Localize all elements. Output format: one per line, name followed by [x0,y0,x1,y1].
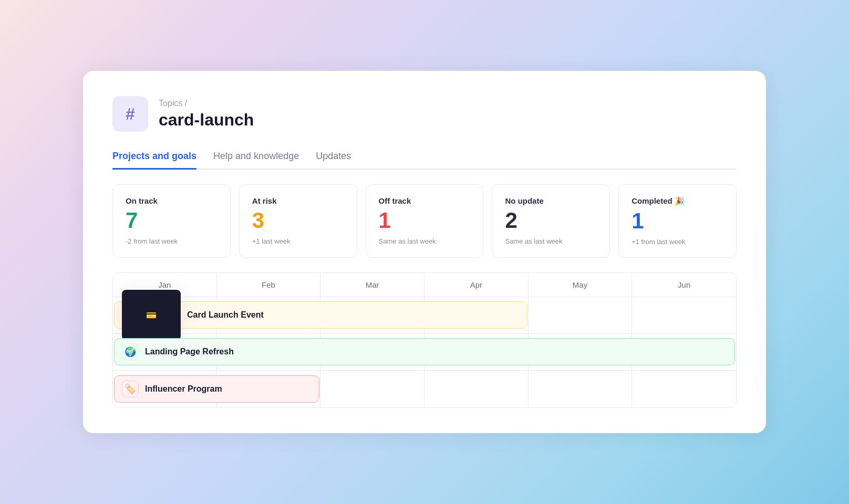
completed-number: 1 [631,209,723,233]
status-card-no-update[interactable]: No update 2 Same as last week [492,184,610,257]
off-track-title: Off track [379,196,471,205]
status-card-off-track[interactable]: Off track 1 Same as last week [366,184,484,257]
on-track-sub: -2 from last week [126,237,218,245]
gantt-bar-card-launch[interactable]: 💳 Card Launch Event [114,301,527,329]
at-risk-number: 3 [252,208,344,233]
gantt-row-influencer[interactable]: 🏷️ Influencer Program [113,371,736,407]
gantt-month-mar: Mar [320,273,424,297]
tab-projects-goals[interactable]: Projects and goals [112,151,196,170]
tab-updates[interactable]: Updates [316,151,351,170]
main-card: # Topics / card-launch Projects and goal… [83,71,766,433]
header-text: Topics / card-launch [159,99,254,130]
topic-icon: # [112,96,148,132]
no-update-number: 2 [505,208,597,233]
at-risk-sub: +1 last week [252,237,344,245]
gantt-bar-influencer[interactable]: 🏷️ Influencer Program [114,375,319,403]
tabs: Projects and goals Help and knowledge Up… [112,151,737,170]
landing-page-icon: 🌍 [122,343,139,360]
gantt-bar-landing-page[interactable]: 🌍 Landing Page Refresh [114,338,735,365]
page-header: # Topics / card-launch [112,96,737,132]
page-title: card-launch [159,110,254,130]
breadcrumb: Topics / [159,99,254,108]
no-update-title: No update [505,196,597,205]
gantt-month-may: May [529,273,633,297]
completed-title: Completed 🎉 [631,196,723,206]
off-track-number: 1 [379,208,471,233]
tab-help-knowledge[interactable]: Help and knowledge [213,151,299,170]
gantt-month-apr: Apr [424,273,529,297]
status-cards: On track 7 -2 from last week At risk 3 +… [112,184,737,257]
status-card-at-risk[interactable]: At risk 3 +1 last week [239,184,357,257]
landing-page-label: Landing Page Refresh [145,347,234,356]
card-launch-icon: 💳 [122,290,181,340]
at-risk-title: At risk [252,196,344,205]
no-update-sub: Same as last week [505,237,597,245]
gantt-chart: Jan Feb Mar Apr May Jun 💳 Card Launch Ev… [112,272,737,408]
influencer-icon: 🏷️ [122,381,139,397]
status-card-on-track[interactable]: On track 7 -2 from last week [112,184,231,257]
on-track-title: On track [126,196,218,205]
gantt-row-card-launch[interactable]: 💳 Card Launch Event [113,297,736,334]
gantt-header: Jan Feb Mar Apr May Jun [113,273,736,297]
gantt-month-jun: Jun [632,273,736,297]
gantt-row-landing-page[interactable]: 🌍 Landing Page Refresh [113,334,736,371]
gantt-month-feb: Feb [217,273,321,297]
card-launch-label: Card Launch Event [187,310,264,320]
influencer-label: Influencer Program [145,384,222,394]
status-card-completed[interactable]: Completed 🎉 1 +1 from last week [618,184,737,257]
completed-sub: +1 from last week [631,238,723,246]
on-track-number: 7 [126,208,218,233]
off-track-sub: Same as last week [379,237,471,245]
